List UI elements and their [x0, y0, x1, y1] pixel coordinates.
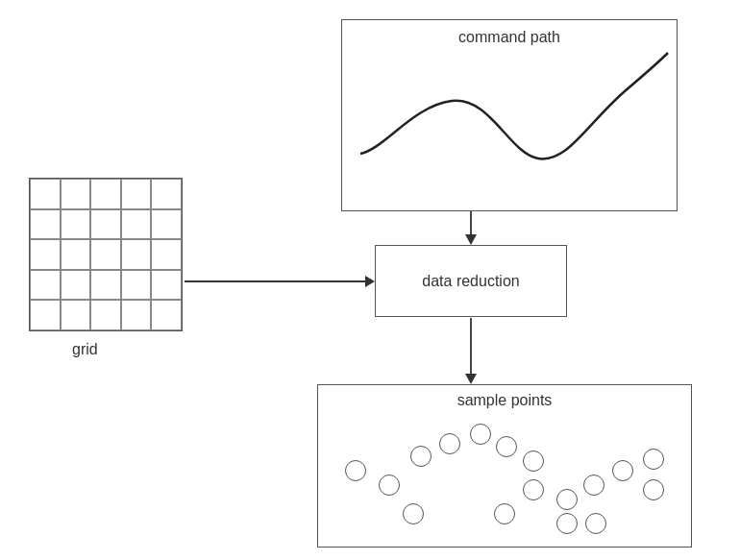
sample-circle — [556, 489, 578, 510]
command-path-label: command path — [413, 29, 605, 46]
sample-circle — [470, 424, 491, 445]
grid-label: grid — [72, 341, 98, 358]
sample-circle — [523, 479, 544, 500]
sample-circle — [410, 446, 432, 467]
grid-cell — [61, 209, 91, 240]
grid-cell — [121, 179, 152, 209]
data-reduction-box: data reduction — [375, 245, 567, 317]
sample-circle — [379, 475, 400, 496]
grid-cell — [30, 209, 61, 240]
svg-marker-3 — [365, 276, 375, 287]
sample-circle — [583, 475, 604, 496]
sample-circle — [585, 513, 606, 534]
grid-cell — [61, 270, 91, 301]
sample-circle — [523, 450, 544, 472]
sample-circle — [612, 460, 633, 481]
grid-cell — [90, 209, 121, 240]
sample-circle — [643, 449, 664, 470]
grid-cell — [121, 300, 152, 330]
grid-cell — [90, 300, 121, 330]
sample-circle — [439, 433, 460, 454]
grid-cell — [90, 239, 121, 270]
diagram-container: grid command path data reduction sample … — [0, 0, 740, 560]
svg-marker-5 — [465, 374, 477, 384]
sample-circle — [643, 479, 664, 500]
grid-cell — [90, 179, 121, 209]
grid-cell — [151, 270, 182, 301]
grid-cell — [61, 179, 91, 209]
grid-cell — [121, 209, 152, 240]
grid-cell — [30, 300, 61, 330]
grid-cell — [30, 239, 61, 270]
grid-cell — [61, 239, 91, 270]
sample-circle — [556, 513, 578, 534]
sample-circle — [496, 436, 517, 457]
sample-points-label: sample points — [437, 392, 572, 409]
grid-cell — [30, 179, 61, 209]
grid-inner — [30, 179, 182, 330]
grid-cell — [151, 300, 182, 330]
sample-circle — [403, 503, 424, 524]
svg-marker-1 — [465, 234, 477, 245]
command-path-box — [341, 19, 678, 211]
grid-cell — [151, 239, 182, 270]
grid-cell — [121, 270, 152, 301]
grid-cell — [151, 179, 182, 209]
grid-cell — [61, 300, 91, 330]
grid-cell — [30, 270, 61, 301]
data-reduction-label: data reduction — [422, 273, 519, 290]
grid-cell — [151, 209, 182, 240]
sample-circle — [494, 503, 515, 524]
grid-box — [29, 178, 183, 331]
grid-cell — [121, 239, 152, 270]
grid-cell — [90, 270, 121, 301]
sample-circle — [345, 460, 366, 481]
